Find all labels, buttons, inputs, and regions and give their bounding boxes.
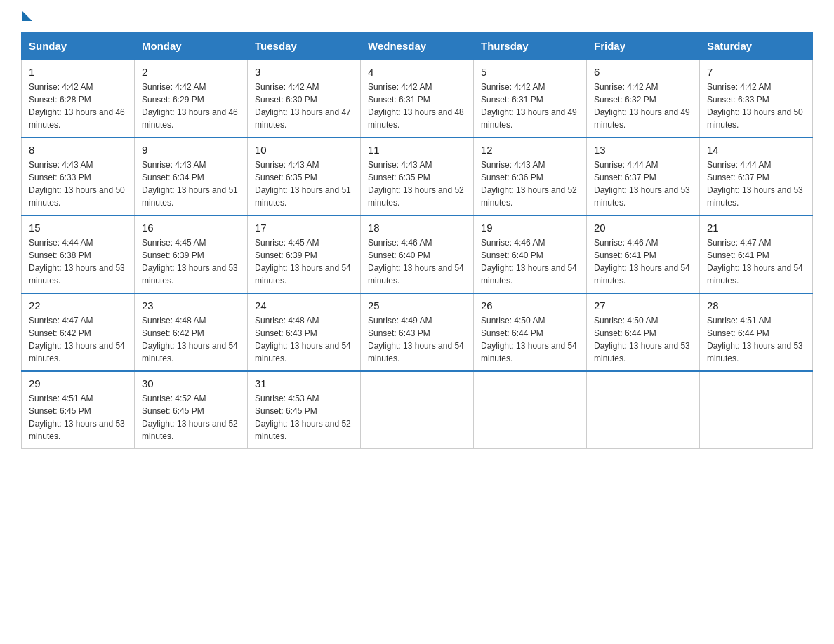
calendar-cell: 31Sunrise: 4:53 AMSunset: 6:45 PMDayligh…	[248, 371, 361, 449]
day-number: 15	[29, 222, 127, 234]
day-number: 18	[368, 222, 466, 234]
calendar-cell: 30Sunrise: 4:52 AMSunset: 6:45 PMDayligh…	[135, 371, 248, 449]
day-number: 23	[142, 300, 240, 311]
calendar-cell: 21Sunrise: 4:47 AMSunset: 6:41 PMDayligh…	[700, 215, 813, 293]
calendar-cell	[361, 371, 474, 449]
day-info: Sunrise: 4:43 AMSunset: 6:35 PMDaylight:…	[368, 159, 466, 209]
day-info: Sunrise: 4:46 AMSunset: 6:40 PMDaylight:…	[481, 236, 579, 287]
day-number: 31	[255, 377, 353, 389]
calendar-cell: 23Sunrise: 4:48 AMSunset: 6:42 PMDayligh…	[135, 293, 248, 371]
day-number: 28	[707, 300, 805, 311]
calendar-cell: 12Sunrise: 4:43 AMSunset: 6:36 PMDayligh…	[474, 137, 587, 215]
day-number: 12	[481, 144, 579, 156]
calendar-cell	[700, 371, 813, 449]
header-cell-sunday: Sunday	[22, 33, 135, 60]
day-number: 8	[29, 144, 127, 156]
day-number: 30	[142, 377, 240, 389]
day-number: 2	[142, 66, 240, 78]
day-number: 11	[368, 144, 466, 156]
day-number: 29	[29, 377, 127, 389]
day-number: 20	[594, 222, 692, 234]
day-info: Sunrise: 4:47 AMSunset: 6:41 PMDaylight:…	[707, 236, 805, 287]
calendar-cell: 28Sunrise: 4:51 AMSunset: 6:44 PMDayligh…	[700, 293, 813, 371]
day-number: 3	[255, 66, 353, 78]
calendar-cell: 24Sunrise: 4:48 AMSunset: 6:43 PMDayligh…	[248, 293, 361, 371]
calendar-week-2: 8Sunrise: 4:43 AMSunset: 6:33 PMDaylight…	[22, 137, 813, 215]
logo	[21, 14, 32, 21]
day-info: Sunrise: 4:49 AMSunset: 6:43 PMDaylight:…	[368, 314, 466, 365]
day-number: 13	[594, 144, 692, 156]
header-cell-monday: Monday	[135, 33, 248, 60]
day-number: 14	[707, 144, 805, 156]
calendar-cell: 3Sunrise: 4:42 AMSunset: 6:30 PMDaylight…	[248, 60, 361, 137]
day-info: Sunrise: 4:44 AMSunset: 6:38 PMDaylight:…	[29, 236, 127, 287]
header-cell-thursday: Thursday	[474, 33, 587, 60]
calendar-cell: 2Sunrise: 4:42 AMSunset: 6:29 PMDaylight…	[135, 60, 248, 137]
day-info: Sunrise: 4:50 AMSunset: 6:44 PMDaylight:…	[481, 314, 579, 365]
calendar-table: SundayMondayTuesdayWednesdayThursdayFrid…	[21, 32, 813, 449]
day-info: Sunrise: 4:45 AMSunset: 6:39 PMDaylight:…	[142, 236, 240, 287]
day-number: 4	[368, 66, 466, 78]
day-info: Sunrise: 4:42 AMSunset: 6:31 PMDaylight:…	[481, 81, 579, 131]
day-info: Sunrise: 4:51 AMSunset: 6:44 PMDaylight:…	[707, 314, 805, 365]
day-info: Sunrise: 4:42 AMSunset: 6:33 PMDaylight:…	[707, 81, 805, 131]
day-number: 26	[481, 300, 579, 311]
calendar-cell: 18Sunrise: 4:46 AMSunset: 6:40 PMDayligh…	[361, 215, 474, 293]
day-number: 16	[142, 222, 240, 234]
header-cell-saturday: Saturday	[700, 33, 813, 60]
calendar-cell	[587, 371, 700, 449]
logo-triangle-icon	[22, 11, 32, 21]
calendar-week-5: 29Sunrise: 4:51 AMSunset: 6:45 PMDayligh…	[22, 371, 813, 449]
header-cell-tuesday: Tuesday	[248, 33, 361, 60]
header-cell-wednesday: Wednesday	[361, 33, 474, 60]
calendar-body: 1Sunrise: 4:42 AMSunset: 6:28 PMDaylight…	[22, 60, 813, 449]
day-number: 25	[368, 300, 466, 311]
day-info: Sunrise: 4:52 AMSunset: 6:45 PMDaylight:…	[142, 392, 240, 443]
calendar-cell: 29Sunrise: 4:51 AMSunset: 6:45 PMDayligh…	[22, 371, 135, 449]
day-number: 19	[481, 222, 579, 234]
day-info: Sunrise: 4:48 AMSunset: 6:43 PMDaylight:…	[255, 314, 353, 365]
calendar-cell: 11Sunrise: 4:43 AMSunset: 6:35 PMDayligh…	[361, 137, 474, 215]
calendar-cell: 5Sunrise: 4:42 AMSunset: 6:31 PMDaylight…	[474, 60, 587, 137]
day-info: Sunrise: 4:46 AMSunset: 6:41 PMDaylight:…	[594, 236, 692, 287]
day-info: Sunrise: 4:53 AMSunset: 6:45 PMDaylight:…	[255, 392, 353, 443]
calendar-cell: 15Sunrise: 4:44 AMSunset: 6:38 PMDayligh…	[22, 215, 135, 293]
day-number: 5	[481, 66, 579, 78]
day-number: 24	[255, 300, 353, 311]
calendar-cell: 22Sunrise: 4:47 AMSunset: 6:42 PMDayligh…	[22, 293, 135, 371]
page-header	[21, 14, 813, 21]
day-info: Sunrise: 4:42 AMSunset: 6:31 PMDaylight:…	[368, 81, 466, 131]
day-info: Sunrise: 4:42 AMSunset: 6:28 PMDaylight:…	[29, 81, 127, 131]
day-number: 17	[255, 222, 353, 234]
day-info: Sunrise: 4:44 AMSunset: 6:37 PMDaylight:…	[707, 159, 805, 209]
calendar-cell	[474, 371, 587, 449]
calendar-week-4: 22Sunrise: 4:47 AMSunset: 6:42 PMDayligh…	[22, 293, 813, 371]
calendar-cell: 16Sunrise: 4:45 AMSunset: 6:39 PMDayligh…	[135, 215, 248, 293]
day-info: Sunrise: 4:42 AMSunset: 6:30 PMDaylight:…	[255, 81, 353, 131]
day-info: Sunrise: 4:42 AMSunset: 6:32 PMDaylight:…	[594, 81, 692, 131]
calendar-header: SundayMondayTuesdayWednesdayThursdayFrid…	[22, 33, 813, 60]
day-number: 7	[707, 66, 805, 78]
day-number: 21	[707, 222, 805, 234]
header-row: SundayMondayTuesdayWednesdayThursdayFrid…	[22, 33, 813, 60]
day-number: 1	[29, 66, 127, 78]
calendar-week-3: 15Sunrise: 4:44 AMSunset: 6:38 PMDayligh…	[22, 215, 813, 293]
calendar-cell: 27Sunrise: 4:50 AMSunset: 6:44 PMDayligh…	[587, 293, 700, 371]
day-info: Sunrise: 4:46 AMSunset: 6:40 PMDaylight:…	[368, 236, 466, 287]
calendar-cell: 10Sunrise: 4:43 AMSunset: 6:35 PMDayligh…	[248, 137, 361, 215]
calendar-cell: 7Sunrise: 4:42 AMSunset: 6:33 PMDaylight…	[700, 60, 813, 137]
calendar-cell: 9Sunrise: 4:43 AMSunset: 6:34 PMDaylight…	[135, 137, 248, 215]
calendar-cell: 1Sunrise: 4:42 AMSunset: 6:28 PMDaylight…	[22, 60, 135, 137]
day-number: 22	[29, 300, 127, 311]
calendar-cell: 19Sunrise: 4:46 AMSunset: 6:40 PMDayligh…	[474, 215, 587, 293]
calendar-cell: 25Sunrise: 4:49 AMSunset: 6:43 PMDayligh…	[361, 293, 474, 371]
day-number: 9	[142, 144, 240, 156]
day-info: Sunrise: 4:44 AMSunset: 6:37 PMDaylight:…	[594, 159, 692, 209]
calendar-cell: 14Sunrise: 4:44 AMSunset: 6:37 PMDayligh…	[700, 137, 813, 215]
calendar-week-1: 1Sunrise: 4:42 AMSunset: 6:28 PMDaylight…	[22, 60, 813, 137]
calendar-cell: 17Sunrise: 4:45 AMSunset: 6:39 PMDayligh…	[248, 215, 361, 293]
calendar-cell: 8Sunrise: 4:43 AMSunset: 6:33 PMDaylight…	[22, 137, 135, 215]
day-info: Sunrise: 4:43 AMSunset: 6:35 PMDaylight:…	[255, 159, 353, 209]
calendar-cell: 4Sunrise: 4:42 AMSunset: 6:31 PMDaylight…	[361, 60, 474, 137]
day-number: 10	[255, 144, 353, 156]
